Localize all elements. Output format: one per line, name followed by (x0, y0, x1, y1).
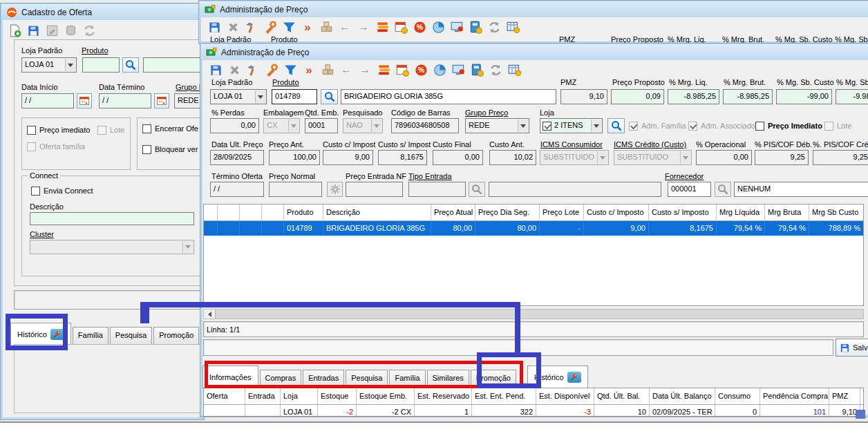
qtd-emb-field[interactable]: 0001 (305, 118, 338, 133)
save-icon[interactable] (25, 22, 41, 39)
tab-familia[interactable]: Família (73, 327, 108, 345)
table-row-selected[interactable]: 014789 BRIGADEIRO GLORIA 385G 80,00 80,0… (204, 221, 863, 236)
mg-sb-custo-field[interactable]: -99,00 (776, 89, 832, 104)
mrg-liq-field[interactable]: -8.985,25 (668, 89, 719, 104)
table-money-icon[interactable] (504, 19, 521, 35)
loja-search-button[interactable] (607, 118, 625, 133)
encerrar-oferta-checkbox[interactable]: Encerrar Ofe (142, 124, 198, 133)
calculator-money-icon[interactable] (467, 19, 484, 35)
pushpin-icon[interactable] (50, 329, 64, 340)
loja-padrao-select[interactable]: LOJA 01 (210, 89, 267, 104)
calendar-money-icon[interactable] (393, 19, 409, 35)
custo-ant-field[interactable]: 10,02 (489, 150, 536, 165)
loja-checkbox[interactable] (542, 121, 551, 131)
data-termino-input[interactable]: / / (99, 93, 151, 108)
icms-credito-label[interactable]: ICMS Crédito (Custo) (614, 140, 686, 149)
hammer-icon[interactable] (243, 19, 260, 35)
table-money-icon[interactable] (506, 61, 522, 78)
perdas-field[interactable]: 0,00 (210, 118, 259, 133)
descricao-input[interactable] (30, 212, 194, 225)
grupo-preco-select[interactable]: REDE (465, 118, 529, 133)
tab-informacoes[interactable]: Informações (202, 366, 258, 388)
save-icon[interactable] (207, 61, 224, 78)
pushpin-icon[interactable] (567, 372, 581, 383)
preco-entrada-input[interactable] (346, 182, 403, 197)
custo-s-field[interactable]: 8,1675 (378, 150, 427, 165)
mrg-brut-field[interactable]: -8.985,25 (723, 89, 773, 104)
table-row[interactable]: LOJA 01 -2 -2 CX 1 322 -3 10 02/09/2025 … (204, 405, 863, 417)
fornecedor-label[interactable]: Fornecedor (665, 172, 704, 180)
delete-icon[interactable] (226, 61, 243, 78)
save-button[interactable]: Salvar (836, 339, 868, 357)
produto-desc-input[interactable]: BRIGADEIRO GLORIA 385G (341, 89, 556, 104)
arrow-left-icon[interactable]: ← (337, 19, 353, 35)
preco-ant-field[interactable]: 100,00 (269, 150, 320, 165)
custo-c-field[interactable]: 9,00 (323, 150, 373, 165)
fast-forward-icon[interactable]: » (301, 61, 317, 78)
monitor-alert-icon[interactable] (450, 61, 466, 78)
pmz-field[interactable]: 9,10 (560, 89, 607, 104)
discount-icon[interactable]: % (413, 61, 429, 78)
monitor-alert-icon[interactable] (449, 19, 465, 35)
preco-proposto-field[interactable]: 0,09 (611, 89, 664, 104)
delete-icon[interactable] (225, 19, 241, 35)
filter-icon[interactable] (281, 19, 297, 35)
titlebar[interactable]: Administração de Preço (201, 44, 868, 60)
data-inicio-input[interactable]: / / (21, 93, 74, 108)
preco-imediato-checkbox[interactable]: Preço Imediato (755, 121, 822, 131)
titlebar[interactable]: Administração de Preço (200, 1, 868, 17)
layers-icon[interactable] (374, 19, 390, 35)
tipo-entrada-input[interactable] (408, 182, 466, 197)
layers-icon[interactable] (375, 61, 392, 78)
icms-consumidor-label[interactable]: ICMS Consumidor (540, 140, 603, 149)
refresh-icon[interactable] (486, 19, 502, 35)
fornecedor-codigo-input[interactable]: 000001 (668, 182, 711, 197)
filter-icon[interactable] (282, 61, 299, 78)
produto-input[interactable] (82, 57, 120, 73)
envia-connect-checkbox[interactable]: Envia Connect (31, 186, 93, 196)
tipo-entrada-label[interactable]: Tipo Entrada (408, 172, 452, 180)
pis-cre-field[interactable]: 9,25 (813, 150, 868, 165)
preco-normal-input[interactable] (269, 182, 322, 197)
preco-imediato-checkbox[interactable]: Preço imediato (27, 125, 90, 135)
produto-search-button[interactable] (321, 89, 338, 104)
operacional-field[interactable]: 0,00 (696, 150, 752, 165)
produto-input[interactable]: 014789 (272, 89, 317, 104)
tab-promocao[interactable]: Promoção (471, 370, 516, 388)
discount-icon[interactable]: % (411, 19, 428, 35)
data-termino-calendar-button[interactable] (154, 93, 169, 108)
arrow-right-icon[interactable]: → (355, 19, 372, 35)
tab-entradas[interactable]: Entradas (303, 370, 344, 388)
fast-forward-icon[interactable]: » (299, 19, 316, 35)
data-ult-field[interactable]: 28/09/2025 (210, 150, 264, 165)
horizontal-scrollbar[interactable] (203, 309, 864, 319)
tab-historico[interactable]: Histórico (527, 366, 588, 388)
scroll-left-arrow-icon[interactable] (204, 310, 216, 319)
produto-desc-input[interactable] (143, 57, 200, 73)
titlebar[interactable]: Cadastro de Oferta (1, 4, 203, 20)
tab-historico[interactable]: Histórico (10, 323, 71, 345)
tab-pesquisa[interactable]: Pesquisa (346, 370, 388, 388)
bloquear-checkbox[interactable]: Bloquear ver (142, 144, 198, 154)
wrench-icon[interactable] (263, 61, 280, 78)
arrow-right-icon[interactable]: → (357, 61, 373, 78)
save-icon[interactable] (206, 19, 223, 35)
pie-chart-icon[interactable] (430, 19, 446, 35)
cluster-label[interactable]: Cluster (30, 230, 54, 238)
tab-promocao[interactable]: Promoção (153, 327, 199, 345)
hammer-icon[interactable] (245, 61, 261, 78)
codigo-barras-field[interactable]: 7896034680508 (391, 118, 459, 133)
wrench-icon[interactable] (262, 19, 279, 35)
tab-compras[interactable]: Compras (260, 370, 302, 388)
tab-familia[interactable]: Família (389, 370, 425, 388)
termino-oferta-input[interactable]: / / (210, 182, 264, 197)
refresh-icon[interactable] (487, 61, 504, 78)
data-inicio-calendar-button[interactable] (77, 93, 92, 108)
scrollbar-thumb[interactable] (856, 410, 865, 419)
tab-similares[interactable]: Similares (427, 370, 469, 388)
produto-search-button[interactable] (122, 57, 139, 73)
loja-select[interactable]: 2 ITENS (540, 118, 603, 133)
mg-sb-field[interactable]: -9.985,25 (836, 89, 868, 104)
new-document-icon[interactable] (6, 22, 23, 39)
arrow-left-icon[interactable]: ← (338, 61, 355, 78)
